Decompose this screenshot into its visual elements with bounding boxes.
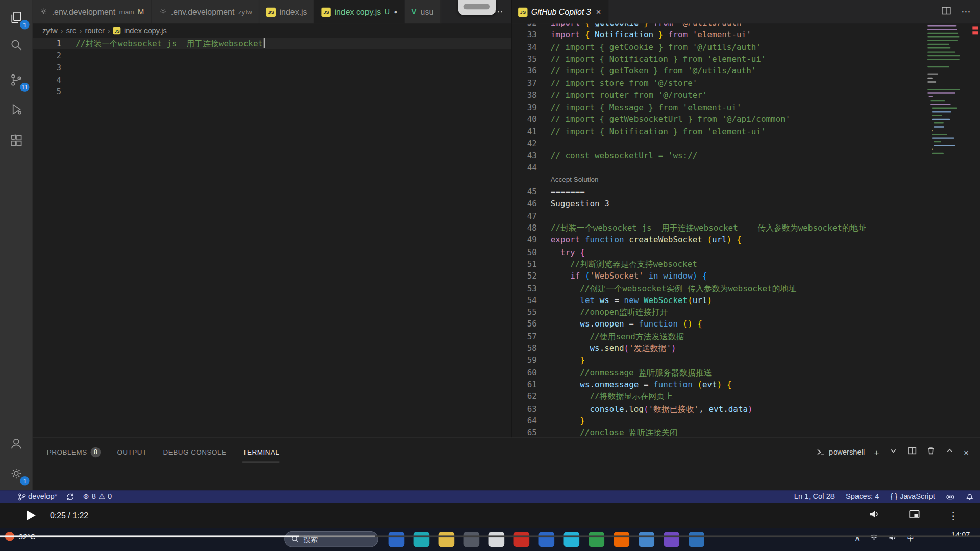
terminal-shell-selector[interactable]: powershell — [817, 447, 865, 457]
code-line-38[interactable]: 38// import router from '@/router' — [512, 89, 980, 102]
code-line-32[interactable]: 32import { getCookie } from '@/utils/aut… — [512, 24, 980, 29]
sync-icon[interactable] — [66, 490, 74, 503]
code-line-48[interactable]: 48//封装一个websocket js 用于连接websocket 传入参数为… — [512, 222, 980, 234]
maximize-panel-icon[interactable] — [945, 446, 954, 458]
minimap[interactable] — [927, 25, 963, 156]
taskbar-app-icon[interactable] — [564, 532, 579, 547]
more-actions-icon[interactable]: ⋯ — [961, 6, 971, 17]
code-line-56[interactable]: 56 ws.onopen = function () { — [512, 318, 980, 331]
code-line-42[interactable]: 42 — [512, 137, 980, 149]
split-terminal-icon[interactable] — [908, 446, 917, 458]
code-line-5[interactable]: 5 — [33, 86, 511, 98]
tab-env-development-zyfw[interactable]: .env.development zyfw — [152, 0, 259, 24]
volume-icon[interactable] — [868, 508, 880, 523]
settings-gear-icon[interactable]: 1 — [0, 460, 33, 487]
unsaved-dot-icon[interactable]: ● — [394, 9, 398, 15]
code-line-65[interactable]: 65 //onclose 监听连接关闭 — [512, 427, 980, 437]
accounts-icon[interactable] — [0, 430, 33, 457]
language-mode[interactable]: { } JavaScript — [890, 490, 935, 503]
tab-index-js[interactable]: JS index.js — [259, 0, 314, 24]
breadcrumb-item-src[interactable]: src — [66, 26, 77, 35]
code-line-63[interactable]: 63 console.log('数据已接收', evt.data) — [512, 403, 980, 415]
taskbar-clock[interactable]: 14:07 — [951, 531, 970, 539]
copilot-status-icon[interactable] — [946, 490, 954, 503]
codelens-line[interactable]: Accept Solution — [512, 173, 980, 186]
ime-indicator[interactable]: 中 — [907, 533, 915, 544]
code-line-41[interactable]: 41// import { Notification } from 'eleme… — [512, 126, 980, 138]
search-icon[interactable] — [0, 31, 33, 59]
panel-tab-terminal[interactable]: TERMINAL — [242, 438, 279, 466]
code-line-34[interactable]: 34// import { getCookie } from '@/utils/… — [512, 41, 980, 53]
tab-github-copilot[interactable]: JS GitHub Copilot 3 × — [511, 0, 609, 24]
code-line-49[interactable]: 49export function createWebSocket (url) … — [512, 234, 980, 246]
miniplayer-icon[interactable] — [908, 508, 920, 523]
problems-summary[interactable]: ⊗ 8 ⚠ 0 — [83, 490, 112, 503]
code-line-64[interactable]: 64 } — [512, 415, 980, 427]
editor-group-splitter[interactable] — [511, 0, 512, 437]
code-line-52[interactable]: 52 if ('WebSocket' in window) { — [512, 270, 980, 282]
tab-env-development-main[interactable]: .env.development main M — [33, 0, 152, 24]
code-line-43[interactable]: 43// const websocketUrl = 'ws:// — [512, 149, 980, 162]
cursor-position[interactable]: Ln 1, Col 28 — [794, 490, 835, 503]
taskbar-app-icon[interactable] — [414, 532, 430, 547]
volume-tray-icon[interactable] — [888, 533, 897, 544]
panel-tab-output[interactable]: OUTPUT — [117, 438, 146, 466]
code-line-62[interactable]: 62 //将数据显示在网页上 — [512, 391, 980, 403]
taskbar-app-icon[interactable] — [589, 532, 604, 547]
tab-index-copy-js[interactable]: JS index copy.js U ● — [314, 0, 405, 24]
code-line-3[interactable]: 3 — [33, 62, 511, 74]
breadcrumb-item-zyfw[interactable]: zyfw — [42, 26, 57, 35]
taskbar-app-icon[interactable] — [389, 532, 405, 547]
taskbar-app-icon[interactable] — [614, 532, 629, 547]
taskbar-app-icon[interactable] — [539, 532, 555, 547]
taskbar-app-icon[interactable] — [514, 532, 530, 547]
taskbar-app-icon[interactable] — [464, 532, 480, 547]
code-line-53[interactable]: 53 //创建一个websocket实例 传入参数为websocket的地址 — [512, 282, 980, 294]
code-line-57[interactable]: 57 //使用send方法发送数据 — [512, 330, 980, 342]
code-line-55[interactable]: 55 //onopen监听连接打开 — [512, 306, 980, 318]
panel-tab-debug-console[interactable]: DEBUG CONSOLE — [163, 438, 227, 466]
new-terminal-button[interactable]: + — [874, 447, 879, 457]
close-icon[interactable]: × — [596, 7, 601, 17]
extensions-icon[interactable] — [0, 127, 33, 155]
network-icon[interactable] — [869, 533, 878, 544]
taskbar-app-icon[interactable] — [664, 532, 679, 547]
taskbar-app-icon[interactable] — [689, 532, 704, 547]
git-branch-item[interactable]: develop* — [17, 490, 57, 503]
code-line-44[interactable]: 44 — [512, 162, 980, 174]
code-line-40[interactable]: 40// import { getWebsocketUrl } from '@/… — [512, 113, 980, 126]
kill-terminal-icon[interactable] — [926, 446, 935, 458]
close-panel-icon[interactable]: × — [964, 447, 969, 457]
panel-tab-problems[interactable]: PROBLEMS 8 — [47, 438, 101, 466]
source-control-icon[interactable]: 11 — [0, 66, 33, 94]
indentation-setting[interactable]: Spaces: 4 — [846, 490, 879, 503]
code-line-33[interactable]: 33import { Notification } from 'element-… — [512, 29, 980, 41]
floating-drag-handle[interactable] — [458, 0, 496, 15]
code-line-58[interactable]: 58 ws.send('发送数据') — [512, 342, 980, 355]
code-line-59[interactable]: 59 } — [512, 355, 980, 367]
code-line-47[interactable]: 47 — [512, 210, 980, 222]
split-editor-icon[interactable] — [941, 6, 951, 18]
code-line-45[interactable]: 45======= — [512, 186, 980, 198]
code-line-61[interactable]: 61 ws.onmessage = function (evt) { — [512, 379, 980, 391]
code-line-1[interactable]: 1//封装一个websocket js 用于连接websocket — [33, 37, 511, 49]
taskbar-app-icon[interactable] — [489, 532, 505, 547]
code-line-2[interactable]: 2 — [33, 49, 511, 62]
video-progress-bar[interactable] — [0, 535, 980, 537]
more-options-icon[interactable]: ⋮ — [948, 509, 959, 522]
breadcrumb-item-router[interactable]: router — [85, 26, 105, 35]
taskbar-app-icon[interactable] — [639, 532, 654, 547]
taskbar-search-box[interactable]: 搜索 — [284, 531, 378, 547]
code-line-46[interactable]: 46Suggestion 3 — [512, 197, 980, 210]
taskbar-app-icon[interactable] — [439, 532, 455, 547]
terminal-dropdown-icon[interactable] — [889, 446, 898, 458]
code-line-4[interactable]: 4 — [33, 73, 511, 86]
code-line-51[interactable]: 51 //判断浏览器是否支持websocket — [512, 258, 980, 270]
explorer-icon[interactable]: 1 — [0, 4, 33, 31]
code-line-50[interactable]: 50 try { — [512, 246, 980, 258]
code-line-60[interactable]: 60 //onmessage 监听服务器数据推送 — [512, 366, 980, 379]
code-line-36[interactable]: 36// import { getToken } from '@/utils/a… — [512, 65, 980, 78]
editor-github-copilot-suggestions[interactable]: 32import { getCookie } from '@/utils/aut… — [512, 24, 980, 438]
play-button[interactable] — [24, 509, 38, 522]
tab-usu-truncated[interactable]: V usu — [405, 0, 441, 24]
